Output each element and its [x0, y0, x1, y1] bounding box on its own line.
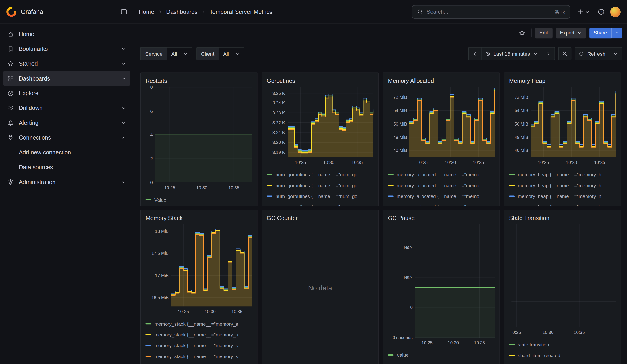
- chevron-down-icon[interactable]: [121, 105, 126, 111]
- x-axis-label: 10:25: [178, 309, 189, 314]
- plot-area[interactable]: 10:2510:3010:35: [155, 87, 252, 182]
- plot-area[interactable]: 10:2510:3010:35: [530, 87, 616, 157]
- legend-color-marker: [388, 174, 394, 175]
- topbar-actions: ?: [575, 6, 621, 18]
- legend-item[interactable]: state transition: [509, 339, 616, 350]
- plot-area[interactable]: 10:2510:3010:35: [171, 224, 252, 307]
- legend-item[interactable]: num_goroutines {__name__="num_go: [267, 180, 373, 191]
- share-split-button: Share: [589, 27, 622, 38]
- legend-label: memory_allocated {__name__="memo: [397, 172, 479, 177]
- legend-item[interactable]: memory_stack {__name__="memory_s: [146, 329, 252, 340]
- legend-item[interactable]: Value: [388, 350, 495, 360]
- time-series-chart[interactable]: 72 MiB64 MiB56 MiB48 MiB40 MiB 10:2510:3…: [509, 87, 616, 157]
- legend-item[interactable]: Value: [146, 194, 252, 205]
- plot-area[interactable]: 10:2510:3010:35: [410, 87, 495, 157]
- sidebar-item-home[interactable]: Home: [3, 27, 130, 41]
- dock-sidebar-button[interactable]: [118, 6, 130, 18]
- panel-title[interactable]: Memory Allocated: [388, 78, 495, 84]
- legend-item[interactable]: memory_stack {__name__="memory_s: [146, 318, 252, 329]
- panel-title[interactable]: Memory Heap: [509, 78, 616, 84]
- chart-svg: [288, 87, 373, 157]
- legend-item[interactable]: memory_heap {__name__="memory_h: [509, 202, 616, 207]
- chevron-up-icon[interactable]: [121, 135, 126, 140]
- legend-item[interactable]: memory_heap {__name__="memory_h: [509, 191, 616, 202]
- chevron-down-icon[interactable]: [121, 120, 126, 125]
- service-filter-dropdown[interactable]: All: [167, 47, 192, 60]
- sidebar-item-starred[interactable]: Starred: [3, 56, 130, 71]
- chevron-down-icon[interactable]: [121, 46, 126, 52]
- x-axis-label: 10:30: [542, 330, 553, 335]
- plot-area[interactable]: 10:2510:3010:35: [415, 224, 495, 338]
- time-series-chart[interactable]: 86420 10:2510:3010:35: [146, 87, 252, 182]
- sidebar-item-explore[interactable]: Explore: [3, 86, 130, 100]
- share-dropdown-button[interactable]: [612, 27, 622, 38]
- time-series-chart[interactable]: 72 MiB64 MiB56 MiB48 MiB40 MiB 10:2510:3…: [388, 87, 495, 157]
- time-series-chart[interactable]: NaNNaN00 seconds 10:2510:3010:35: [388, 224, 495, 338]
- panel-title[interactable]: State Transition: [509, 215, 616, 221]
- sidebar-item-connections[interactable]: Connections: [3, 130, 130, 145]
- time-series-chart[interactable]: 3.25 K3.24 K3.23 K3.22 K3.21 K3.20 K3.19…: [267, 87, 373, 157]
- chevron-down-icon[interactable]: [121, 179, 126, 185]
- chevron-down-icon[interactable]: [121, 61, 126, 66]
- sidebar-item-label: Drilldown: [19, 105, 116, 111]
- time-shift-back-button[interactable]: [468, 47, 481, 60]
- sidebar-item-bookmarks[interactable]: Bookmarks: [3, 42, 130, 56]
- legend: num_goroutines {__name__="num_gonum_goro…: [267, 169, 373, 207]
- legend-item[interactable]: memory_allocated {__name__="memo: [388, 169, 495, 180]
- panel-title[interactable]: Memory Stack: [146, 215, 252, 221]
- sidebar-item-drilldown[interactable]: Drilldown: [3, 101, 130, 115]
- sidebar-item-add-new-connection[interactable]: Add new connection: [3, 145, 130, 160]
- legend-item[interactable]: memory_stack {__name__="memory_s: [146, 340, 252, 351]
- time-series-chart[interactable]: 0:2510:3010:35: [509, 224, 616, 327]
- user-profile-button[interactable]: [609, 6, 622, 18]
- legend-item[interactable]: num_goroutines {__name__="num_go: [267, 169, 373, 180]
- chevron-left-icon: [472, 51, 477, 56]
- panel-title[interactable]: Goroutines: [267, 78, 373, 84]
- panel-title[interactable]: Restarts: [146, 78, 252, 84]
- sidebar-item-label: Administration: [19, 179, 116, 185]
- help-button[interactable]: ?: [595, 6, 607, 18]
- client-filter-dropdown[interactable]: All: [219, 47, 244, 60]
- refresh-interval-dropdown[interactable]: [609, 47, 622, 60]
- new-dropdown-button[interactable]: [575, 6, 593, 18]
- sidebar-item-administration[interactable]: Administration: [3, 175, 130, 189]
- sidebar-item-dashboards[interactable]: Dashboards: [3, 71, 130, 86]
- time-range-picker[interactable]: Last 15 minutes: [481, 47, 542, 60]
- legend: memory_stack {__name__="memory_smemory_s…: [146, 318, 252, 362]
- refresh-button[interactable]: Refresh: [575, 47, 609, 60]
- legend-item[interactable]: memory_heap {__name__="memory_h: [509, 180, 616, 191]
- zoom-out-button[interactable]: [558, 47, 572, 60]
- y-axis-label: 3.19 K: [272, 150, 285, 155]
- chevron-down-icon: [183, 51, 188, 56]
- x-axis-label: 10:35: [231, 309, 242, 314]
- legend-item[interactable]: memory_allocated {__name__="memo: [388, 191, 495, 202]
- share-button[interactable]: Share: [589, 27, 612, 38]
- legend-item[interactable]: memory_allocated {__name__="memo: [388, 180, 495, 191]
- sidebar-item-alerting[interactable]: Alerting: [3, 116, 130, 130]
- refresh-icon: [579, 51, 584, 56]
- grafana-logo[interactable]: [6, 7, 16, 17]
- panel-title[interactable]: GC Counter: [267, 215, 373, 221]
- breadcrumb-dashboards[interactable]: Dashboards: [166, 9, 198, 15]
- edit-button[interactable]: Edit: [535, 27, 552, 38]
- favorite-star-button[interactable]: [516, 27, 528, 39]
- legend-color-marker: [146, 356, 151, 357]
- legend-item[interactable]: num_goroutines {__name__="num_go: [267, 202, 373, 207]
- legend-item[interactable]: memory_heap {__name__="memory_h: [509, 169, 616, 180]
- legend-item[interactable]: num_goroutines {__name__="num_go: [267, 191, 373, 202]
- legend-item[interactable]: memory_stack {__name__="memory_s: [146, 351, 252, 362]
- plot-area[interactable]: 0:2510:3010:35: [511, 224, 616, 327]
- time-series-chart[interactable]: 18 MiB17.5 MiB17 MiB16.5 MiB 10:2510:301…: [146, 224, 252, 307]
- legend-item[interactable]: memory_allocated {__name__="memo: [388, 202, 495, 207]
- search-box[interactable]: ⌘+k: [412, 5, 570, 19]
- time-shift-forward-button[interactable]: [542, 47, 555, 60]
- legend-item[interactable]: shard_item_created: [509, 350, 616, 361]
- sidebar-item-data-sources[interactable]: Data sources: [3, 160, 130, 174]
- plug-icon: [7, 134, 14, 141]
- export-button[interactable]: Export: [556, 27, 586, 38]
- panel-title[interactable]: GC Pause: [388, 215, 495, 221]
- plot-area[interactable]: 10:2510:3010:35: [288, 87, 373, 157]
- breadcrumb-home[interactable]: Home: [139, 9, 154, 15]
- search-input[interactable]: [427, 9, 551, 15]
- chevron-down-icon[interactable]: [121, 76, 126, 81]
